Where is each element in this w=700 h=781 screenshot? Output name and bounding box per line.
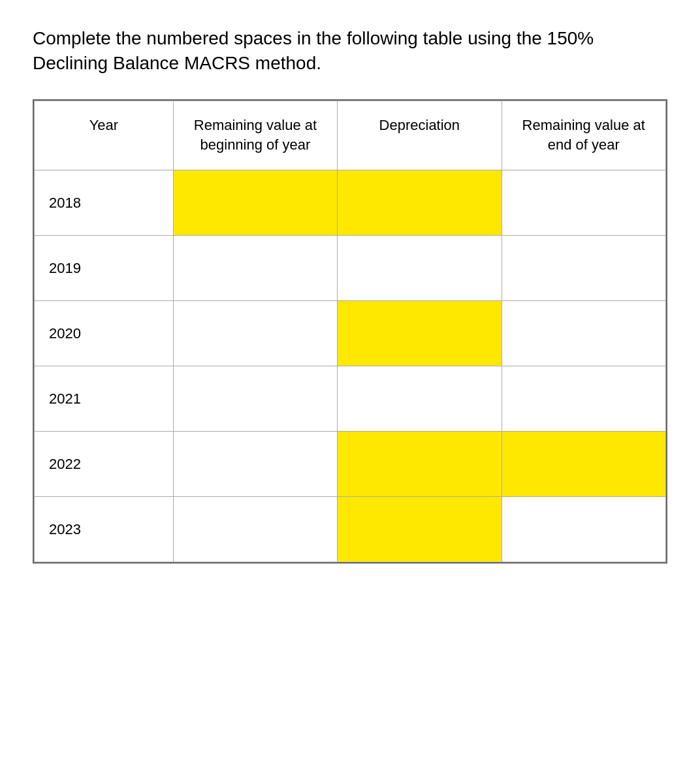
cell-remaining-begin <box>173 497 337 562</box>
page-instruction: Complete the numbered spaces in the foll… <box>33 26 667 76</box>
col-header-remaining-begin: Remaining value at beginning of year <box>173 101 337 170</box>
cell-remaining-end <box>501 432 665 497</box>
col-header-remaining-end: Remaining value at end of year <box>501 101 665 170</box>
cell-depreciation <box>338 497 501 562</box>
cell-remaining-end <box>501 497 665 562</box>
cell-remaining-end <box>501 301 665 366</box>
cell-year: 2020 <box>35 301 174 366</box>
cell-depreciation <box>338 301 501 366</box>
cell-remaining-end <box>501 236 665 301</box>
col-header-year: Year <box>35 101 174 170</box>
cell-remaining-begin <box>173 301 337 366</box>
macrs-table-wrapper: Year Remaining value at beginning of yea… <box>33 99 667 564</box>
table-row: 2020 <box>35 301 666 366</box>
col-header-depreciation: Depreciation <box>338 101 501 170</box>
cell-remaining-end <box>501 170 665 236</box>
cell-year: 2022 <box>35 432 174 497</box>
table-header-row: Year Remaining value at beginning of yea… <box>35 101 666 170</box>
cell-depreciation <box>338 170 501 236</box>
table-row: 2019 <box>35 236 666 301</box>
cell-remaining-begin <box>173 236 337 301</box>
cell-remaining-begin <box>173 432 337 497</box>
cell-depreciation <box>338 236 501 301</box>
cell-year: 2018 <box>35 170 174 236</box>
table-row: 2021 <box>35 366 666 432</box>
cell-depreciation <box>338 366 501 432</box>
cell-year: 2021 <box>35 366 174 432</box>
cell-remaining-begin <box>173 366 337 432</box>
macrs-table: Year Remaining value at beginning of yea… <box>34 101 666 563</box>
cell-year: 2019 <box>35 236 174 301</box>
cell-remaining-end <box>501 366 665 432</box>
table-row: 2023 <box>35 497 666 562</box>
table-row: 2018 <box>35 170 666 236</box>
cell-depreciation <box>338 432 501 497</box>
cell-year: 2023 <box>35 497 174 562</box>
table-row: 2022 <box>35 432 666 497</box>
cell-remaining-begin <box>173 170 337 236</box>
